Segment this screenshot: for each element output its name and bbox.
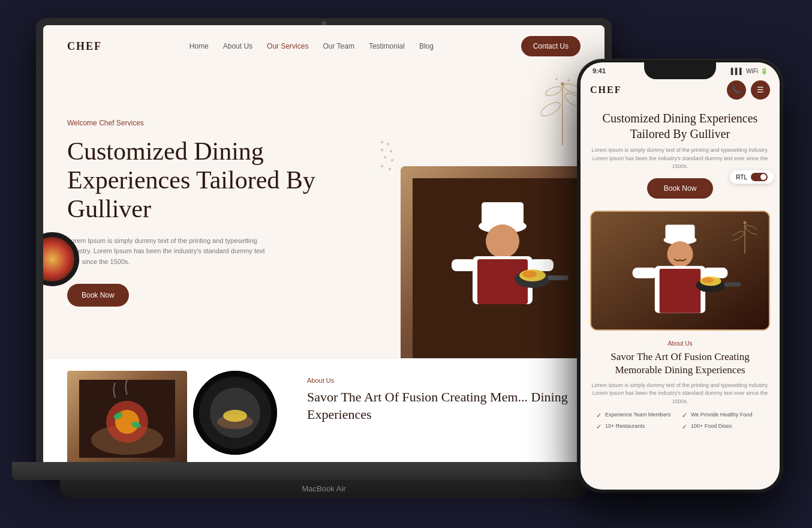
svg-point-7 [567, 79, 570, 82]
phone-time: 9:41 [593, 67, 606, 74]
nav-services[interactable]: Our Services [267, 42, 308, 50]
hero-title: Customized Dining Experiences Tailored B… [67, 137, 377, 224]
laptop-base [12, 462, 636, 480]
svg-point-48 [667, 241, 693, 267]
svg-point-1 [539, 100, 562, 119]
svg-point-5 [561, 82, 564, 86]
laptop-device: CHEF Home About Us Our Services Our Team… [36, 18, 612, 510]
nav-blog[interactable]: Blog [419, 42, 434, 50]
svg-point-14 [381, 165, 383, 167]
svg-rect-51 [633, 268, 657, 278]
phone-chef-image [590, 211, 770, 331]
phone-feature-2: ✓ We Provide Healthy Food [682, 412, 764, 419]
svg-point-27 [522, 271, 537, 278]
rtl-toggle[interactable]: RTL [730, 170, 774, 184]
feature-check-icon-2: ✓ [682, 412, 687, 419]
phone-menu-button[interactable]: ☰ [751, 80, 770, 100]
phone-book-now-button[interactable]: Book Now [647, 178, 714, 199]
phone-logo: CHEF [590, 85, 621, 95]
svg-rect-47 [666, 224, 695, 242]
phone-hero-section: Customized Dining Experiences Tailored B… [581, 104, 780, 211]
svg-point-12 [384, 156, 386, 158]
svg-point-56 [702, 277, 714, 283]
laptop-body: CHEF Home About Us Our Services Our Team… [36, 18, 612, 474]
nav-logo: CHEF [67, 40, 102, 53]
svg-rect-50 [660, 269, 701, 313]
about-section-partial: About Us Savor The Art Of Fusion Creatin… [43, 359, 605, 467]
phone-about-title: Savor The Art Of Fusion Creating Memorab… [590, 350, 770, 377]
feature-label-4: 100+ Food Dises [691, 423, 732, 429]
feature-label-2: We Provide Healthy Food [691, 412, 752, 418]
chef-hero-image [401, 166, 605, 358]
hero-section: Welcome Chef Services Customized Dining … [43, 67, 605, 358]
phone-status-icons: ▌▌▌ WiFi 🔋 [731, 68, 768, 74]
svg-point-13 [391, 159, 393, 161]
phone-nav-icons: 📞 ☰ [727, 80, 770, 100]
nav-about[interactable]: About Us [223, 42, 252, 50]
svg-point-3 [545, 85, 563, 98]
feature-label-3: 10+ Restaurants [605, 423, 645, 429]
feature-label-1: Experience Team Members [605, 412, 670, 418]
phone-hero-description: Lorem Ipsum is simply dummy text of the … [590, 146, 770, 171]
feature-check-icon-4: ✓ [682, 423, 687, 431]
battery-icon: 🔋 [760, 68, 768, 74]
svg-rect-52 [703, 268, 727, 278]
contact-us-button[interactable]: Contact Us [521, 36, 581, 56]
toggle-knob [760, 174, 766, 180]
hero-left: Welcome Chef Services Customized Dining … [43, 67, 401, 358]
phone-about-label: About Us [590, 340, 770, 347]
nav-links: Home About Us Our Services Our Team Test… [190, 42, 434, 50]
svg-point-11 [390, 150, 392, 152]
nav-testimonial[interactable]: Testimonial [369, 42, 405, 50]
svg-rect-22 [452, 259, 476, 271]
svg-point-6 [555, 78, 558, 80]
macbook-label: MacBook Air [302, 484, 346, 493]
phone-about-description: Lorem Ipsum is simply dummy text of the … [590, 382, 770, 406]
about-label: About Us [307, 377, 581, 384]
about-food-image-1 [67, 371, 187, 467]
feature-check-icon-1: ✓ [596, 412, 602, 419]
phone-icon: 📞 [732, 85, 741, 95]
hero-description: Lorem Ipsum is simply dummy text of the … [67, 236, 271, 268]
svg-rect-25 [548, 275, 569, 280]
svg-point-37 [223, 410, 247, 422]
svg-point-10 [381, 149, 383, 151]
nav-home[interactable]: Home [190, 42, 209, 50]
rtl-switch[interactable] [751, 173, 768, 181]
hero-subtitle: Welcome Chef Services [67, 119, 377, 127]
phone-feature-4: ✓ 100+ Food Dises [682, 423, 764, 431]
deco-dots [379, 139, 397, 178]
phone-feature-1: ✓ Experience Team Members [596, 412, 678, 419]
nav-team[interactable]: Our Team [323, 42, 354, 50]
phone-hero-title: Customized Dining Experiences Tailored B… [590, 110, 770, 142]
svg-rect-54 [724, 282, 741, 286]
navbar: CHEF Home About Us Our Services Our Team… [43, 25, 605, 67]
rtl-label: RTL [736, 174, 747, 181]
feature-check-icon-3: ✓ [596, 423, 602, 431]
about-text: About Us Savor The Art Of Fusion Creatin… [307, 371, 581, 455]
phone-navbar: CHEF 📞 ☰ [581, 77, 780, 104]
phone-feature-3: ✓ 10+ Restaurants [596, 423, 678, 431]
about-food-image-2 [193, 371, 277, 455]
laptop-screen: CHEF Home About Us Our Services Our Team… [43, 25, 605, 467]
book-now-button[interactable]: Book Now [67, 284, 129, 307]
svg-point-19 [486, 224, 519, 258]
phone-features-grid: ✓ Experience Team Members ✓ We Provide H… [590, 412, 770, 431]
about-images [67, 371, 295, 455]
phone-device: 9:41 ▌▌▌ WiFi 🔋 CHEF 📞 ☰ Customized Dini… [578, 60, 782, 492]
hamburger-icon: ☰ [757, 85, 764, 95]
signal-icon: ▌▌▌ [731, 68, 744, 74]
svg-point-9 [387, 143, 389, 145]
phone-call-button[interactable]: 📞 [727, 80, 746, 100]
website-content: CHEF Home About Us Our Services Our Team… [43, 25, 605, 467]
phone-about-section: About Us Savor The Art Of Fusion Creatin… [581, 331, 780, 441]
phone-plant-decoration [733, 218, 757, 256]
chef-image-overlay [401, 166, 605, 358]
svg-point-42 [744, 223, 757, 236]
phone-screen: 9:41 ▌▌▌ WiFi 🔋 CHEF 📞 ☰ Customized Dini… [581, 62, 780, 490]
svg-point-15 [389, 168, 391, 170]
svg-rect-23 [530, 259, 554, 271]
svg-point-41 [733, 229, 745, 242]
phone-notch [644, 62, 716, 79]
wifi-icon: WiFi [746, 68, 758, 74]
